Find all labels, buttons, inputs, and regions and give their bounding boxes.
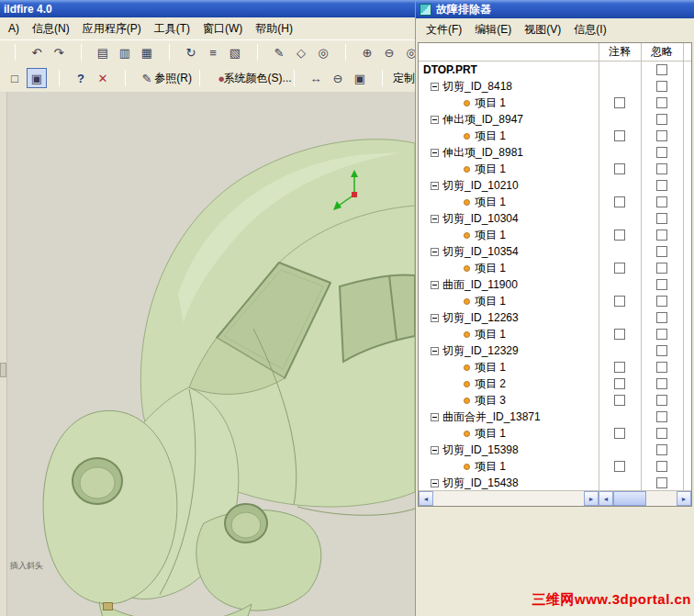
note-checkbox[interactable] — [614, 163, 625, 174]
zoom-in-icon[interactable]: ⊕ — [357, 42, 377, 62]
menu-item[interactable]: A) — [2, 20, 26, 37]
ignore-checkbox[interactable] — [656, 213, 667, 224]
copy-icon[interactable]: ▤ — [93, 42, 113, 62]
menu-item[interactable]: 信息(I) — [567, 20, 612, 39]
lock-icon[interactable]: ▣ — [350, 68, 370, 88]
menu-item[interactable]: 视图(V) — [518, 20, 567, 39]
collapse-icon[interactable] — [431, 215, 439, 223]
ignore-checkbox[interactable] — [656, 296, 667, 307]
tree-row[interactable]: 项目 1 — [419, 194, 691, 210]
collapse-icon[interactable]: ⊖ — [328, 68, 348, 88]
redo-icon[interactable]: ↷ — [49, 42, 69, 62]
tree-row[interactable]: 切剪_ID_8418 — [419, 78, 691, 95]
menu-item[interactable]: 应用程序(P) — [76, 19, 148, 39]
ignore-checkbox[interactable] — [656, 362, 667, 373]
collapse-icon[interactable] — [431, 413, 439, 421]
scrollbar-thumb[interactable] — [613, 491, 646, 506]
ignore-checkbox[interactable] — [656, 196, 667, 207]
note-checkbox[interactable] — [614, 230, 625, 241]
note-checkbox[interactable] — [614, 196, 625, 207]
tree-row[interactable]: 曲面_ID_11900 — [419, 276, 691, 293]
note-checkbox[interactable] — [614, 263, 625, 274]
datum-display-icon[interactable]: □ — [5, 68, 25, 88]
undo-icon[interactable]: ↶ — [27, 42, 47, 62]
ignore-checkbox[interactable] — [656, 180, 667, 191]
note-checkbox[interactable] — [614, 130, 625, 141]
ignore-checkbox[interactable] — [656, 279, 667, 290]
menu-item[interactable]: 帮助(H) — [249, 19, 299, 39]
layers-icon[interactable]: ▧ — [225, 42, 245, 62]
tree-row[interactable]: 项目 1 — [419, 359, 691, 375]
tree-row[interactable]: 项目 1 — [419, 326, 691, 342]
tree-row[interactable]: 切剪_ID_10304 — [419, 210, 691, 227]
tree-row[interactable]: 伸出项_ID_8981 — [419, 144, 691, 161]
datum-plane-icon[interactable]: ◇ — [291, 42, 311, 62]
collapse-icon[interactable] — [431, 314, 439, 322]
toolbar-icon[interactable] — [284, 68, 304, 88]
ignore-checkbox[interactable] — [656, 312, 667, 323]
collapse-icon[interactable] — [431, 446, 439, 454]
tree-row[interactable]: 切剪_ID_12263 — [419, 309, 691, 326]
window-titlebar[interactable]: ildfire 4.0 — [0, 0, 415, 17]
tree-row[interactable]: 项目 3 — [419, 392, 691, 409]
tree-row[interactable]: 项目 1 — [419, 128, 691, 144]
menu-item[interactable]: 信息(N) — [26, 19, 76, 39]
ignore-checkbox[interactable] — [656, 411, 667, 422]
note-checkbox[interactable] — [614, 329, 625, 340]
note-checkbox[interactable] — [614, 378, 625, 389]
ignore-checkbox[interactable] — [656, 378, 667, 389]
menu-item[interactable]: 工具(T) — [148, 19, 196, 39]
tree-row[interactable]: 项目 1 — [419, 227, 691, 243]
toolbar-icon[interactable] — [189, 68, 209, 88]
beetle-model[interactable] — [43, 140, 415, 616]
toolbar-icon[interactable] — [115, 68, 135, 88]
ignore-checkbox[interactable] — [656, 395, 667, 406]
scroll-right-button[interactable]: ► — [677, 491, 691, 506]
tree-row[interactable]: 项目 1 — [419, 293, 691, 309]
scroll-left-button[interactable]: ◄ — [599, 491, 613, 506]
toolbar-icon[interactable] — [159, 42, 179, 62]
tree-row[interactable]: 切剪_ID_10210 — [419, 177, 691, 194]
toolbar-icon[interactable] — [71, 42, 91, 62]
menu-item[interactable]: 文件(F) — [420, 20, 468, 39]
note-checkbox[interactable] — [614, 296, 625, 307]
ignore-checkbox[interactable] — [656, 163, 667, 174]
ignore-checkbox[interactable] — [656, 461, 667, 472]
tree-row[interactable]: 切剪_ID_10354 — [419, 243, 691, 260]
side-tool-icon[interactable] — [0, 363, 6, 377]
menu-item[interactable]: 编辑(E) — [468, 20, 518, 39]
toolbar-icon[interactable] — [335, 42, 355, 62]
tree-row[interactable]: 曲面合并_ID_13871 — [419, 409, 691, 425]
note-checkbox[interactable] — [614, 97, 625, 108]
collapse-icon[interactable] — [431, 182, 439, 190]
tree-row[interactable]: DTOP.PRT — [419, 62, 691, 78]
tree-row[interactable]: 项目 1 — [419, 95, 691, 111]
ignore-checkbox[interactable] — [656, 130, 667, 141]
model-tree-icon[interactable]: ≡ — [203, 42, 223, 62]
tree-row[interactable]: 项目 1 — [419, 458, 691, 475]
collapse-icon[interactable] — [431, 149, 439, 157]
ignore-checkbox[interactable] — [656, 97, 667, 108]
paste-icon[interactable]: ▥ — [115, 42, 135, 62]
3d-viewport[interactable]: 插入斜头 — [7, 92, 415, 616]
tree-row[interactable]: 项目 1 — [419, 161, 691, 177]
context-help-icon[interactable]: ? — [71, 68, 91, 88]
search-icon[interactable]: ◎ — [313, 42, 333, 62]
note-checkbox[interactable] — [614, 461, 625, 472]
scrollbar-track[interactable] — [646, 491, 677, 506]
scroll-left-button[interactable]: ◄ — [419, 491, 433, 506]
ignore-checkbox[interactable] — [656, 81, 667, 92]
system-colors-button[interactable]: 系统颜色(S)... — [233, 68, 282, 88]
tree-row[interactable]: 切剪_ID_12329 — [419, 342, 691, 359]
collapse-icon[interactable] — [431, 281, 439, 289]
sketch-region-icon[interactable]: ✎ — [269, 42, 289, 62]
menu-item[interactable]: 窗口(W) — [196, 19, 249, 39]
collapse-icon[interactable] — [431, 83, 439, 91]
scroll-right-button[interactable]: ► — [584, 491, 599, 506]
customize-button[interactable]: 定制 — [394, 68, 414, 88]
ignore-checkbox[interactable] — [656, 444, 667, 455]
tree-row[interactable]: 项目 2 — [419, 375, 691, 392]
toolbar-icon[interactable] — [5, 42, 25, 62]
ignore-checkbox[interactable] — [656, 246, 667, 257]
note-checkbox[interactable] — [614, 395, 625, 406]
